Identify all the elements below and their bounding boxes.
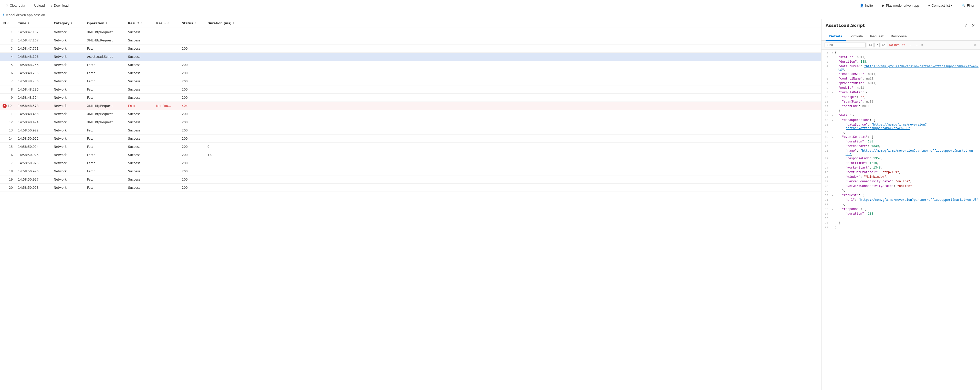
detail-tab-formula[interactable]: Formula [846,32,867,41]
json-line-content: "dataOperation": { [835,119,980,122]
fold-button [831,212,835,212]
sort-icon-operation: ↕ [105,22,108,25]
line-number: 16 [821,123,831,126]
clear-data-button[interactable]: ✕ Clear data [3,2,28,9]
fold-button[interactable]: ▾ [831,119,835,122]
json-line-content: "script": "", [835,95,980,99]
fold-button [831,180,835,180]
detail-close-x-button[interactable]: ✕ [970,22,976,29]
table-row[interactable]: 914:58:48.324NetworkFetchSuccess200 [0,94,821,102]
table-cell-id: 20 [0,186,15,190]
json-line: 24"workerStart": 1348, [821,166,980,170]
line-number: 18 [821,135,831,139]
play-label: Play model-driven app [886,3,919,8]
fold-button [831,162,835,162]
toolbar: ✕ Clear data ↑ Upload ↓ Download 👤 Invit… [0,0,980,11]
json-line: 27"ServerConnectivityState": "online", [821,179,980,184]
detail-tab-response[interactable]: Response [887,32,910,41]
invite-button[interactable]: 👤 Invite [857,2,875,9]
table-row[interactable]: 314:58:47.771NetworkFetchSuccess200 [0,44,821,53]
fold-button[interactable]: ▾ [831,114,835,117]
fold-button[interactable]: ▾ [831,51,835,54]
json-viewer[interactable]: 1▾{2"status": null,3"duration": 138,4"da… [821,50,980,390]
find-next-button[interactable]: → [914,43,920,47]
table-row[interactable]: ✕1014:58:48.378NetworkXMLHttpRequestErro… [0,102,821,110]
find-close-button[interactable]: ✕ [974,43,977,47]
table-cell-category: Network [51,96,84,100]
fold-button[interactable]: ▾ [831,208,835,211]
fold-button [831,123,835,124]
table-row[interactable]: 514:58:48.233NetworkFetchSuccess200 [0,61,821,69]
fold-button[interactable]: ▾ [831,193,835,197]
play-button[interactable]: ▶ Play model-driven app [880,2,922,9]
json-line: 30▾"request": { [821,193,980,198]
table-cell-operation: Fetch [84,71,126,75]
table-cell-operation: XMLHttpRequest [84,120,126,124]
table-row[interactable]: 1514:58:50.924NetworkFetchSuccess2000 [0,143,821,151]
detail-tab-details[interactable]: Details [826,32,846,41]
line-number: 22 [821,157,831,160]
json-line: 10"script": "", [821,95,980,100]
th-result[interactable]: Result ↕ [126,19,154,28]
table-row[interactable]: 414:58:48.106NetworkAssetLoad.ScriptSucc… [0,53,821,61]
json-line-content: { [835,51,980,54]
table-cell-category: Network [51,30,84,34]
find-whole-word-button[interactable]: a* [881,43,886,47]
table-row[interactable]: 1614:58:50.925NetworkFetchSuccess2001,0 [0,151,821,159]
line-number: 7 [821,82,831,85]
fold-button [831,86,835,87]
download-button[interactable]: ↓ Download [48,2,71,9]
th-id[interactable]: Id ↕ [0,19,15,28]
find-case-sensitive-button[interactable]: Aa [867,43,873,47]
table-row[interactable]: 214:58:47.167NetworkXMLHttpRequestSucces… [0,36,821,44]
json-line: 22"responseEnd": 1357, [821,157,980,161]
th-operation[interactable]: Operation ↕ [84,19,126,28]
table-cell-id: 3 [0,47,15,51]
sort-icon-status: ↕ [194,22,196,25]
table-row[interactable]: 1414:58:50.922NetworkFetchSuccess200 [0,135,821,143]
th-id-label: Id [3,22,6,25]
find-input[interactable] [824,42,865,48]
table-body[interactable]: 114:58:47.167NetworkXMLHttpRequestSucces… [0,28,821,390]
table-row[interactable]: 614:58:48.235NetworkFetchSuccess200 [0,69,821,77]
upload-icon: ↑ [31,3,33,8]
filter-button[interactable]: 🔍 Filter [959,2,977,9]
detail-tab-request[interactable]: Request [867,32,887,41]
table-cell-id: 15 [0,145,15,149]
line-number: 13 [821,109,831,113]
th-duration[interactable]: Duration (ms) ↕ [205,19,821,28]
th-category[interactable]: Category ↕ [51,19,84,28]
table-panel: Id ↕ Time ↕ Category ↕ Operation ↕ Resul… [0,19,821,390]
fold-button[interactable]: ▾ [831,91,835,94]
table-row[interactable]: 1214:58:48.494NetworkXMLHttpRequestSucce… [0,118,821,126]
find-prev-button[interactable]: ← [908,43,913,47]
upload-button[interactable]: ↑ Upload [29,2,48,9]
json-line-content: "spanStart": null, [835,100,980,103]
table-row[interactable]: 1114:58:48.453NetworkXMLHttpRequestSucce… [0,110,821,118]
json-line-content: "spanEnd": null [835,105,980,108]
json-line: 33▾"response": { [821,207,980,212]
table-cell-category: Network [51,170,84,173]
fold-button [831,82,835,82]
table-row[interactable]: 814:58:48.296NetworkFetchSuccess200 [0,86,821,94]
json-line-content: "NetworkConnectivityState": "online" [835,184,980,188]
table-row[interactable]: 1814:58:50.926NetworkFetchSuccess200 [0,167,821,176]
table-cell-result: Success [126,145,154,149]
table-row[interactable]: 1314:58:50.922NetworkFetchSuccess200 [0,126,821,135]
no-results-label: No Results [889,43,905,47]
th-time[interactable]: Time ↕ [15,19,51,28]
json-line-content: "response": { [835,208,980,211]
th-res[interactable]: Res... ↕ [154,19,179,28]
table-row[interactable]: 1914:58:50.927NetworkFetchSuccess200 [0,176,821,184]
th-status[interactable]: Status ↕ [179,19,205,28]
find-lines-button[interactable]: ≡ [920,43,924,47]
table-row[interactable]: 714:58:48.236NetworkFetchSuccess200 [0,77,821,86]
clear-data-label: Clear data [10,3,25,8]
find-regex-button[interactable]: .* [875,43,879,47]
fold-button[interactable]: ▾ [831,135,835,139]
table-row[interactable]: 114:58:47.167NetworkXMLHttpRequestSucces… [0,28,821,36]
table-row[interactable]: 2014:58:50.928NetworkFetchSuccess200 [0,184,821,192]
compact-list-button[interactable]: ≡ Compact list ▾ [926,2,955,9]
detail-close-button[interactable]: ⤢ [963,22,969,29]
table-row[interactable]: 1714:58:50.925NetworkFetchSuccess200 [0,159,821,167]
